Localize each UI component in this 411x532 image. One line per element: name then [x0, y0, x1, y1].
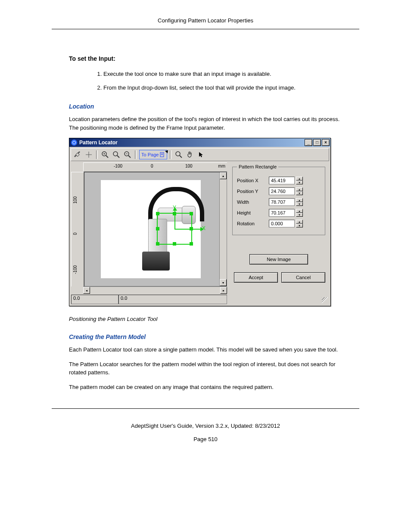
crosshair-icon[interactable] [84, 150, 93, 159]
toolbar: To Page [71, 148, 329, 161]
accept-button[interactable]: Accept [234, 272, 278, 283]
to-page-button[interactable]: To Page [139, 150, 167, 159]
location-heading: Location [69, 103, 342, 110]
prop-label: Position X [237, 178, 269, 183]
prop-label: Width [237, 199, 269, 205]
image-canvas[interactable]: Y X ▴ ▾ [84, 172, 227, 286]
prop-label: Position Y [237, 189, 269, 194]
model-p1: Each Pattern Locator tool can store a si… [69, 345, 342, 354]
ruler-h-tick: 100 [185, 164, 193, 168]
header-rule [52, 29, 359, 29]
close-button[interactable]: × [322, 139, 330, 146]
prop-row-width: Width ▲▼ [237, 198, 321, 206]
spinner[interactable]: ▲▼ [296, 209, 303, 217]
vertical-scrollbar[interactable]: ▴ ▾ [219, 172, 227, 286]
height-input[interactable] [269, 209, 295, 217]
window-title: Pattern Locator [79, 140, 305, 146]
model-p3: The pattern model can be created on any … [69, 383, 342, 392]
ruler-v-tick: 100 [73, 196, 78, 204]
scroll-down-icon[interactable]: ▾ [220, 279, 227, 286]
toolbar-separator [135, 150, 137, 159]
resize-handle[interactable] [156, 227, 159, 230]
footer-guide-line: AdeptSight User's Guide, Version 3.2.x, … [0, 419, 411, 432]
sample-image: Y X [101, 180, 201, 278]
new-image-button[interactable]: New Image [249, 254, 308, 264]
ruler-h-tick: -100 [114, 164, 122, 168]
position-x-input[interactable] [269, 177, 295, 184]
scroll-left-icon[interactable]: ◂ [83, 287, 90, 294]
rotation-input[interactable] [269, 220, 295, 227]
zoom-icon[interactable] [112, 150, 121, 159]
resize-handle[interactable] [190, 242, 193, 246]
ruler-v-tick: 0 [73, 233, 78, 235]
input-step-2: From the Input drop-down list, select th… [103, 84, 342, 92]
toolbar-separator [96, 150, 98, 159]
svg-line-8 [117, 156, 119, 158]
pattern-rectangle-group: Pattern Rectangle Position X ▲▼ Position… [232, 164, 325, 235]
svg-point-15 [176, 152, 180, 156]
to-page-label: To Page [141, 152, 159, 157]
width-input[interactable] [269, 198, 295, 206]
status-y: 0.0 [118, 295, 227, 304]
input-steps-list: Execute the tool once to make sure that … [95, 70, 342, 92]
model-p2: The Pattern Locator searches for the pat… [69, 360, 342, 377]
status-bar: 0.0 0.0 [71, 295, 227, 304]
zoom-out-icon[interactable] [123, 150, 132, 159]
spinner[interactable]: ▲▼ [296, 187, 303, 195]
horizontal-scrollbar[interactable]: ◂ ▸ [83, 286, 227, 294]
resize-handle[interactable] [156, 212, 159, 215]
svg-point-7 [113, 152, 118, 156]
maximize-button[interactable]: □ [313, 139, 321, 146]
resize-grip-icon[interactable] [322, 297, 328, 303]
page-icon [160, 152, 165, 157]
position-y-input[interactable] [269, 187, 295, 195]
resize-handle[interactable] [190, 212, 193, 215]
app-icon [71, 140, 77, 146]
page-footer: AdeptSight User's Guide, Version 3.2.x, … [0, 419, 411, 446]
page-header-title: Configuring Pattern Locator Properties [0, 17, 411, 29]
location-body: Location parameters define the position … [69, 115, 342, 132]
svg-line-10 [128, 156, 131, 158]
model-heading: Creating the Pattern Model [69, 333, 342, 340]
properties-panel: Pattern Rectangle Position X ▲▼ Position… [227, 162, 329, 304]
cancel-button[interactable]: Cancel [281, 272, 325, 283]
zoom-region-icon[interactable] [174, 150, 184, 159]
prop-label: Rotation [237, 221, 269, 226]
svg-line-16 [180, 156, 182, 158]
spinner[interactable]: ▲▼ [296, 220, 303, 227]
title-bar[interactable]: Pattern Locator _ □ × [69, 138, 330, 147]
image-viewer: -100 0 100 mm 100 0 -100 [71, 162, 227, 304]
prop-row-height: Height ▲▼ [237, 209, 321, 217]
scroll-right-icon[interactable]: ▸ [220, 287, 227, 294]
prop-row-position-y: Position Y ▲▼ [237, 187, 321, 195]
spinner[interactable]: ▲▼ [296, 177, 303, 184]
footer-page-number: Page 510 [0, 432, 411, 446]
figure-caption: Positioning the Pattern Locator Tool [69, 316, 342, 322]
pattern-locator-window: Pattern Locator _ □ × [69, 138, 331, 306]
spinner[interactable]: ▲▼ [296, 198, 303, 206]
axis-x-label: X [202, 225, 206, 231]
input-step-1: Execute the tool once to make sure that … [103, 70, 342, 78]
scroll-up-icon[interactable]: ▴ [220, 172, 227, 179]
pan-icon[interactable] [185, 150, 195, 159]
resize-handle[interactable] [156, 242, 159, 246]
ruler-unit: mm [218, 164, 225, 168]
minimize-button[interactable]: _ [305, 139, 312, 146]
pointer-icon[interactable] [196, 150, 206, 159]
tools-icon[interactable] [73, 150, 82, 159]
ruler-horizontal: -100 0 100 mm [83, 162, 227, 172]
footer-rule [52, 408, 359, 409]
ruler-h-tick: 0 [151, 164, 153, 168]
axis-x-line [174, 229, 200, 230]
axis-y-label: Y [173, 205, 176, 211]
ruler-vertical: 100 0 -100 [71, 172, 84, 286]
axis-y-line [174, 211, 175, 229]
pattern-rectangle-overlay[interactable]: Y X [157, 213, 192, 245]
svg-line-4 [106, 156, 108, 158]
resize-handle[interactable] [173, 242, 176, 246]
prop-row-rotation: Rotation ▲▼ [237, 220, 321, 227]
zoom-in-icon[interactable] [100, 150, 110, 159]
group-legend: Pattern Rectangle [237, 164, 278, 169]
input-heading: To set the Input: [69, 55, 342, 62]
prop-label: Height [237, 210, 269, 215]
